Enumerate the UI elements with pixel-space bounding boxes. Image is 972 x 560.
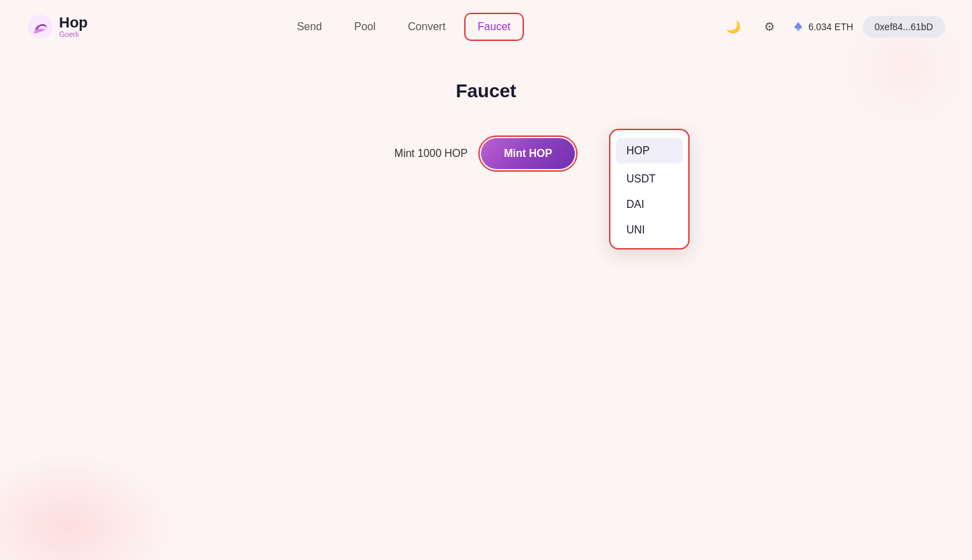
logo[interactable]: Hop Goerli [27,13,88,40]
logo-subtitle: Goerli [59,31,88,38]
dropdown-item-hop[interactable]: HOP [616,138,683,164]
nav-faucet[interactable]: Faucet [464,13,524,41]
eth-balance: 6.034 ETH [792,21,853,33]
settings-button[interactable]: ⚙ [756,13,783,40]
theme-toggle-button[interactable]: 🌙 [720,13,747,40]
eth-logo-icon [792,21,804,33]
mint-label: Mint 1000 HOP [394,148,468,160]
header-right: 🌙 ⚙ 6.034 ETH 0xef84...61bD [720,13,945,40]
hop-logo-icon [27,13,54,40]
dropdown-item-usdt[interactable]: USDT [610,166,688,192]
dropdown-item-uni[interactable]: UNI [610,217,688,243]
nav-send[interactable]: Send [284,13,335,41]
faucet-row: Mint 1000 HOP Mint HOP HOP USDT DAI UNI [394,135,578,172]
main-nav: Send Pool Convert Faucet [284,13,524,41]
logo-title: Hop [59,15,88,30]
token-dropdown: HOP USDT DAI UNI [609,129,690,249]
page-title: Faucet [455,80,516,102]
nav-convert[interactable]: Convert [394,13,459,41]
mint-button-wrapper: Mint HOP [478,135,578,172]
wallet-address-button[interactable]: 0xef84...61bD [863,16,945,38]
mint-button[interactable]: Mint HOP [481,138,575,169]
dropdown-item-dai[interactable]: DAI [610,192,688,217]
gear-icon: ⚙ [764,19,775,34]
main-content: Faucet Mint 1000 HOP Mint HOP HOP USDT D… [0,54,972,172]
nav-pool[interactable]: Pool [341,13,389,41]
svg-point-0 [28,15,52,39]
eth-balance-text: 6.034 ETH [808,21,853,32]
moon-icon: 🌙 [726,19,741,34]
